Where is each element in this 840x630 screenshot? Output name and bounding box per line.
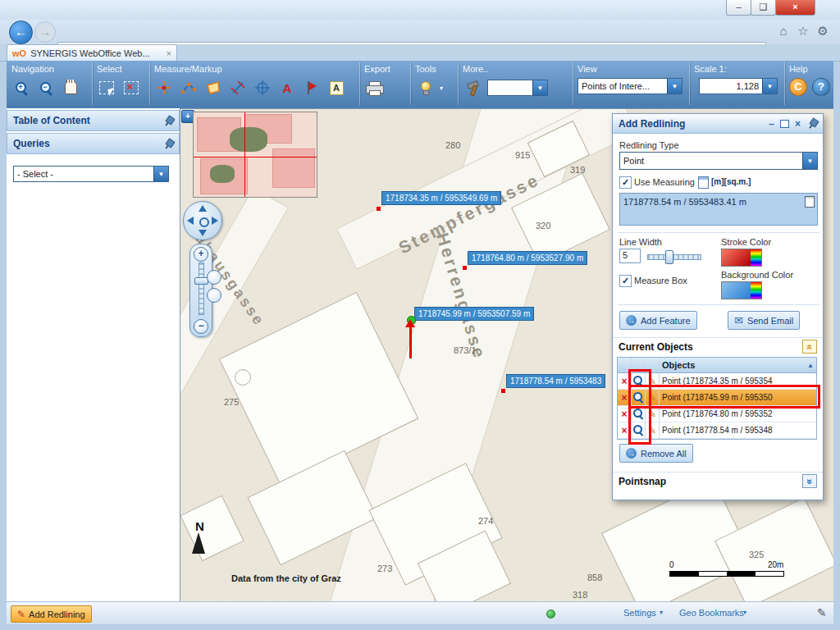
window-maximize-button[interactable]: ❑: [751, 0, 776, 16]
scale-dropdown-caret-icon[interactable]: ▼: [762, 79, 777, 94]
pan-hand-icon[interactable]: [61, 78, 80, 98]
stroke-color-picker[interactable]: [721, 249, 762, 267]
send-email-button[interactable]: ✉ Send Email: [728, 311, 800, 330]
settings-caret-icon[interactable]: ▾: [660, 609, 663, 616]
next-extent-button[interactable]: [207, 288, 221, 303]
add-feature-button[interactable]: → Add Feature: [619, 311, 697, 330]
browser-back-button[interactable]: ←: [9, 21, 33, 44]
view-dropdown-caret-icon[interactable]: ▼: [667, 79, 682, 94]
flag-markup-icon[interactable]: [302, 78, 322, 98]
panel-header[interactable]: Add Redlining – ×: [613, 114, 823, 134]
query-select-dropdown[interactable]: - Select - ▼: [13, 166, 169, 182]
toolbar-group-export: Export: [359, 62, 411, 105]
overview-map[interactable]: [193, 112, 317, 198]
geo-bookmarks-link[interactable]: Geo Bookmarks: [679, 608, 744, 618]
browser-address-row: ← → wO http://w-lap-wintner/WebOffice/sy…: [0, 20, 840, 44]
view-dropdown[interactable]: Points of Intere... ▼: [578, 78, 682, 94]
pointsnap-section[interactable]: Pointsnap »: [613, 472, 823, 490]
measure-box-checkbox[interactable]: ✓: [619, 275, 632, 287]
use-measuring-label: Use Measuring: [634, 177, 695, 187]
toc-label: Table of Content: [13, 115, 90, 126]
geo-bookmarks-caret-icon[interactable]: ▾: [743, 609, 746, 616]
zoom-out-icon[interactable]: −: [36, 78, 56, 98]
collapse-section-icon[interactable]: «: [802, 340, 817, 354]
coordinate-box[interactable]: 1718778.54 m / 5953483.41 m: [619, 193, 818, 226]
tab-close-icon[interactable]: ×: [167, 48, 171, 58]
contact-icon[interactable]: C: [789, 78, 807, 96]
pin-icon[interactable]: [162, 137, 175, 151]
home-icon[interactable]: ⌂: [774, 24, 792, 38]
redlining-type-caret-icon[interactable]: ▼: [802, 153, 817, 169]
more-combobox-caret-icon[interactable]: ▼: [532, 80, 547, 95]
current-objects-section[interactable]: Current Objects «: [613, 337, 823, 355]
hammer-icon[interactable]: [463, 78, 482, 98]
view-dropdown-value: Points of Intere...: [578, 81, 667, 91]
more-tools-combobox[interactable]: ▼: [487, 80, 548, 96]
pin-icon[interactable]: [162, 114, 175, 128]
gear-icon[interactable]: ⚙: [814, 24, 832, 39]
overview-park-area: [230, 127, 267, 152]
select-rectangle-icon[interactable]: [97, 78, 116, 98]
background-color-picker[interactable]: [721, 281, 762, 299]
pan-center-icon[interactable]: [199, 217, 209, 227]
status-bar: ✎ Add Redlining Settings ▾ Geo Bookmarks…: [7, 601, 833, 624]
scalebar: [669, 571, 784, 577]
add-redlining-status-chip[interactable]: ✎ Add Redlining: [11, 605, 92, 623]
sidebar-section-table-of-content[interactable]: Table of Content: [7, 110, 180, 131]
zoom-in-button[interactable]: +: [194, 247, 208, 262]
browser-tab[interactable]: wO SYNERGIS WebOffice Web... ×: [7, 44, 177, 61]
measuring-sheet-icon[interactable]: [698, 176, 709, 189]
measure-area-icon[interactable]: [203, 78, 223, 98]
measure-line-icon[interactable]: [179, 78, 199, 98]
add-redlining-chip-label: Add Redlining: [29, 609, 85, 619]
group-label-scale: Scale 1:: [694, 64, 727, 74]
redlining-type-dropdown[interactable]: Point ▼: [619, 152, 818, 170]
zoom-in-icon[interactable]: +: [11, 78, 31, 98]
panel-pin-icon[interactable]: [806, 116, 819, 130]
overview-crosshair: [244, 112, 245, 197]
measure-dimension-icon[interactable]: [228, 78, 248, 98]
group-label-more: More..: [463, 64, 488, 74]
settings-link[interactable]: Settings: [623, 608, 656, 618]
pan-south-icon[interactable]: [199, 230, 207, 236]
window-minimize-button[interactable]: –: [726, 0, 751, 16]
coordinate-icon[interactable]: [253, 78, 272, 98]
sidebar-section-queries[interactable]: Queries: [7, 133, 180, 154]
query-select-caret-icon[interactable]: ▼: [153, 167, 168, 181]
parcel-label: 858: [587, 573, 602, 582]
clear-selection-icon[interactable]: ×: [121, 78, 141, 98]
edit-pencil-icon[interactable]: ✎: [817, 606, 827, 619]
pan-east-icon[interactable]: [212, 217, 218, 225]
pan-west-icon[interactable]: [187, 217, 194, 225]
expand-section-icon[interactable]: »: [802, 474, 817, 488]
pan-north-icon[interactable]: [199, 205, 207, 212]
line-width-slider-track[interactable]: [647, 254, 701, 260]
zoom-out-button[interactable]: −: [194, 319, 208, 334]
text-markup-icon[interactable]: A: [277, 78, 297, 98]
tools-bulb-icon[interactable]: [415, 78, 435, 98]
help-icon[interactable]: ?: [812, 78, 830, 96]
zoom-slider-track[interactable]: [199, 262, 204, 315]
use-measuring-checkbox[interactable]: ✓: [619, 176, 632, 189]
compass-pan-control[interactable]: [183, 201, 222, 240]
toolbar-group-scale: Scale 1: 1,128 ▼: [689, 62, 785, 105]
line-width-input[interactable]: 5: [619, 249, 641, 263]
app-toolbar: Navigation + − Select × Measure/Markup: [7, 61, 833, 110]
previous-extent-button[interactable]: [207, 270, 221, 285]
copy-page-icon[interactable]: [805, 196, 815, 208]
tools-dropdown-icon[interactable]: ▾: [440, 84, 443, 92]
stroke-color-label: Stroke Color: [721, 237, 771, 247]
panel-restore-icon[interactable]: [780, 120, 789, 128]
sort-ascending-icon[interactable]: ▲: [807, 362, 816, 369]
window-close-button[interactable]: ×: [775, 0, 815, 16]
scale-dropdown[interactable]: 1,128 ▼: [699, 78, 778, 94]
panel-close-icon[interactable]: ×: [792, 118, 804, 130]
line-width-slider-thumb[interactable]: [665, 250, 673, 264]
label-markup-icon[interactable]: A: [326, 78, 346, 98]
measure-point-icon[interactable]: [154, 78, 174, 98]
print-icon[interactable]: [364, 78, 384, 98]
remove-all-button[interactable]: → Remove All: [619, 444, 693, 463]
favorites-icon[interactable]: ☆: [794, 24, 812, 39]
browser-forward-button[interactable]: →: [34, 21, 56, 43]
panel-minimize-icon[interactable]: –: [765, 118, 778, 130]
